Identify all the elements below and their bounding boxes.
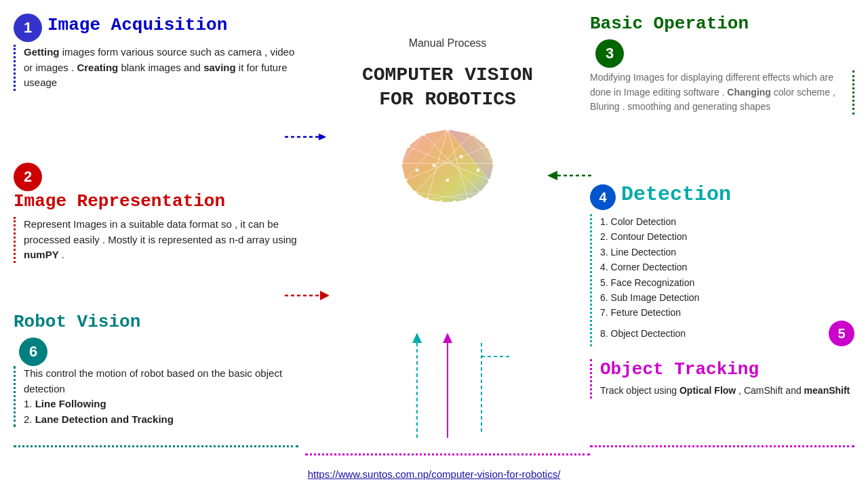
svg-point-34 <box>433 163 436 167</box>
text-meanshift: meanShift <box>804 385 850 396</box>
text-creating: Creating <box>77 62 118 73</box>
svg-point-22 <box>492 161 496 165</box>
svg-point-30 <box>404 178 408 182</box>
svg-point-24 <box>479 190 482 194</box>
detection-item-8: 8. Object Dectection 5 <box>600 321 854 346</box>
robot-vision-desc: This control the motion of robot based o… <box>24 367 282 394</box>
heading-6: Robot Vision <box>14 312 319 332</box>
svg-point-27 <box>439 200 443 203</box>
content-3: Modifying Images for displaying differen… <box>590 70 854 115</box>
svg-point-33 <box>422 132 426 136</box>
svg-point-28 <box>426 197 429 201</box>
svg-marker-40 <box>412 333 422 343</box>
text-saving: saving <box>203 62 236 73</box>
item-line-following: Line Following <box>35 398 106 409</box>
bottom-dotted-left <box>14 445 298 447</box>
section-detection: 4 Detection 1. Color Detection 2. Contou… <box>590 183 854 346</box>
svg-point-37 <box>416 168 419 171</box>
svg-point-31 <box>400 161 403 165</box>
section-basic-operation: Basic Operation 3 Modifying Images for d… <box>590 14 854 115</box>
svg-point-32 <box>407 144 410 148</box>
svg-point-38 <box>446 178 450 182</box>
badge-6: 6 <box>19 338 47 366</box>
detection-item-8-text: 8. Object Dectection <box>600 326 686 341</box>
content-5: Track object using Optical Flow , CamShi… <box>600 384 854 399</box>
heading-2: Image Representation <box>14 191 319 211</box>
svg-point-36 <box>477 168 480 171</box>
content-1: Getting images form various source such … <box>14 45 305 91</box>
detection-item-1: 1. Color Detection <box>600 214 854 229</box>
section-image-representation: 2 Image Representation Represent Images … <box>14 163 319 263</box>
center-area: Manual Process COMPUTER VISIONFOR ROBOTI… <box>305 0 590 488</box>
text-changing: Changing <box>727 87 771 98</box>
arrow-3 <box>547 168 591 186</box>
svg-point-19 <box>446 127 450 131</box>
item-lane-detection: Lane Detection and Tracking <box>35 413 174 425</box>
text-numpy: numPY <box>24 249 59 260</box>
badge-1: 1 <box>14 14 42 42</box>
detection-item-3: 3. Line Dectection <box>600 245 854 260</box>
svg-marker-46 <box>547 171 557 180</box>
detection-item-5: 5. Face Recognization <box>600 275 854 290</box>
section-image-acquisition: 1 Image Acquisition Getting images form … <box>14 14 305 91</box>
heading-5: Object Tracking <box>600 359 854 380</box>
content-6: This control the motion of robot based o… <box>14 366 319 427</box>
url-link[interactable]: https://www.suntos.com.np/computer-visio… <box>308 468 561 480</box>
badge-5: 5 <box>829 321 854 346</box>
detection-item-7: 7. Feture Detection <box>600 305 854 320</box>
title-text: COMPUTER VISIONFOR ROBOTICS <box>362 63 533 113</box>
svg-marker-42 <box>443 333 452 343</box>
badge-3: 3 <box>595 39 624 68</box>
bottom-dotted-center <box>305 453 590 455</box>
detection-item-4: 4. Corner Dectection <box>600 260 854 274</box>
bottom-dotted-right <box>590 445 854 447</box>
text-optical-flow: Optical Flow <box>679 385 736 396</box>
vertical-arrows <box>380 329 515 454</box>
content-2: Represent Images in a suitable data form… <box>14 217 319 263</box>
svg-point-35 <box>460 155 463 158</box>
detection-item-6: 6. Sub Image Detection <box>600 290 854 305</box>
brain-illustration <box>373 119 522 255</box>
heading-3: Basic Operation <box>590 14 854 34</box>
manual-process-label: Manual Process <box>409 37 487 49</box>
badge-2: 2 <box>14 163 42 191</box>
svg-point-26 <box>453 200 456 203</box>
section-robot-vision: Robot Vision 6 This control the motion o… <box>14 312 319 427</box>
svg-point-29 <box>414 190 417 194</box>
text-getting: Getting <box>24 46 60 58</box>
main-title: COMPUTER VISIONFOR ROBOTICS <box>362 63 533 113</box>
badge-4: 4 <box>590 184 616 210</box>
svg-point-25 <box>467 197 470 201</box>
svg-point-21 <box>486 144 489 148</box>
content-4: 1. Color Detection 2. Contour Detection … <box>590 214 854 346</box>
heading-1: Image Acquisition <box>47 15 227 35</box>
svg-point-20 <box>470 132 473 136</box>
heading-4: Detection <box>621 183 731 206</box>
svg-point-23 <box>488 178 492 182</box>
detection-item-2: 2. Contour Detection <box>600 229 854 244</box>
section-object-tracking: Object Tracking Track object using Optic… <box>590 359 854 401</box>
